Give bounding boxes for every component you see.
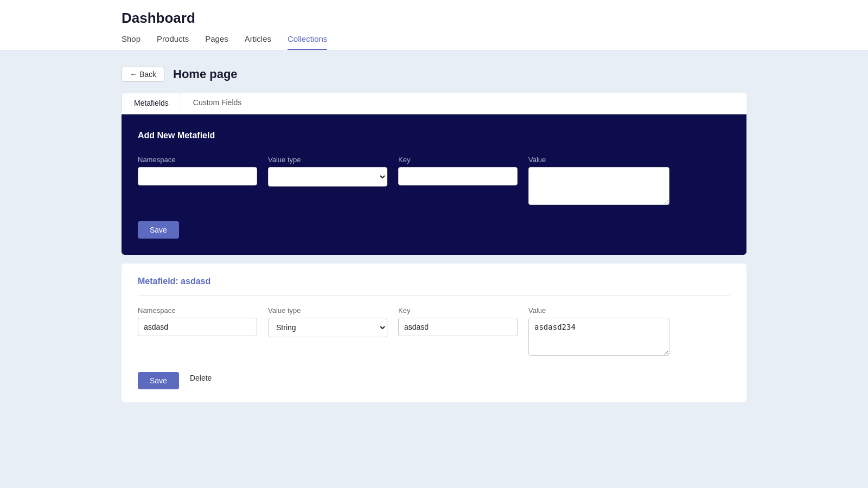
existing-metafield-form-row: Namespace Value type String Integer JSON… <box>138 306 730 356</box>
dashboard-title: Dashboard <box>0 10 868 34</box>
existing-value-type-group: Value type String Integer JSON string <box>268 306 387 356</box>
page-header: ← Back Home page <box>122 67 746 82</box>
tab-metafields[interactable]: Metafields <box>122 93 181 114</box>
add-metafield-title: Add New Metafield <box>138 131 730 140</box>
existing-value-group: Value asdasd234 <box>528 306 669 356</box>
existing-key-label: Key <box>398 306 518 314</box>
namespace-group: Namespace <box>138 156 257 205</box>
existing-value-label: Value <box>528 306 669 314</box>
header: Dashboard Shop Products Pages Articles C… <box>0 0 868 50</box>
value-type-group: Value type String Integer JSON string <box>268 156 387 205</box>
nav-products[interactable]: Products <box>157 34 189 50</box>
existing-value-textarea[interactable]: asdasd234 <box>528 318 669 356</box>
existing-metafield-title: Metafield: asdasd <box>138 277 730 286</box>
value-textarea[interactable] <box>528 167 669 205</box>
namespace-label: Namespace <box>138 156 257 164</box>
existing-value-type-select[interactable]: String Integer JSON string <box>268 318 387 337</box>
existing-metafield-save-button[interactable]: Save <box>138 372 179 389</box>
existing-metafield-section: Metafield: asdasd Namespace Value type S… <box>122 264 746 402</box>
nav-collections[interactable]: Collections <box>288 34 327 50</box>
existing-namespace-label: Namespace <box>138 306 257 314</box>
nav-pages[interactable]: Pages <box>205 34 228 50</box>
existing-namespace-input[interactable] <box>138 318 257 336</box>
key-input[interactable] <box>398 167 518 185</box>
existing-key-input[interactable] <box>398 318 518 336</box>
existing-metafield-delete-button[interactable]: Delete <box>190 369 212 387</box>
page-title: Home page <box>173 67 238 81</box>
nav-articles[interactable]: Articles <box>245 34 271 50</box>
existing-namespace-group: Namespace <box>138 306 257 356</box>
existing-value-type-label: Value type <box>268 306 387 314</box>
key-group: Key <box>398 156 518 205</box>
value-type-label: Value type <box>268 156 387 164</box>
main-nav: Shop Products Pages Articles Collections <box>0 34 868 50</box>
existing-key-group: Key <box>398 306 518 356</box>
nav-shop[interactable]: Shop <box>122 34 141 50</box>
existing-actions: Save Delete <box>138 367 730 389</box>
section-divider <box>138 295 730 296</box>
tab-custom-fields[interactable]: Custom Fields <box>181 93 253 114</box>
key-label: Key <box>398 156 518 164</box>
add-metafield-save-button[interactable]: Save <box>138 221 179 239</box>
value-type-select[interactable]: String Integer JSON string <box>268 167 387 187</box>
value-group: Value <box>528 156 669 205</box>
add-metafield-form-row: Namespace Value type String Integer JSON… <box>138 156 730 205</box>
add-metafield-box: Add New Metafield Namespace Value type S… <box>122 114 746 255</box>
namespace-input[interactable] <box>138 167 257 185</box>
value-label: Value <box>528 156 669 164</box>
tabs-container: Metafields Custom Fields <box>122 93 746 114</box>
page-content: ← Back Home page Metafields Custom Field… <box>0 50 868 419</box>
back-button[interactable]: ← Back <box>122 67 164 82</box>
